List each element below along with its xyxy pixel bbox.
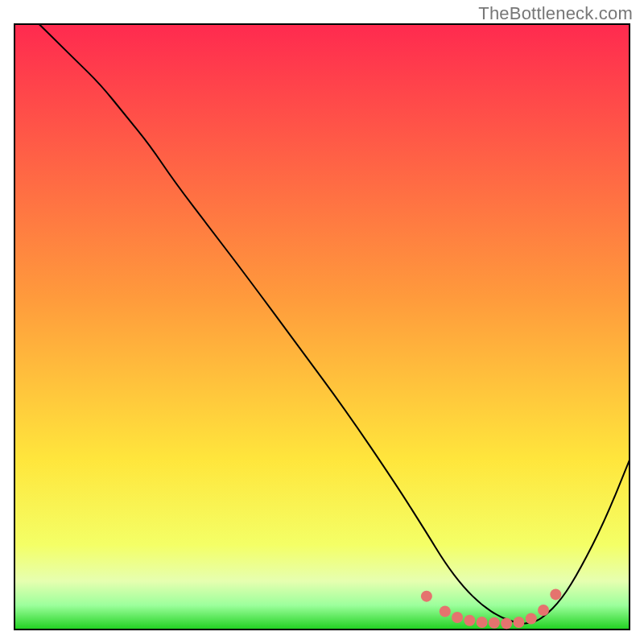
optimal-zone-dot	[452, 612, 463, 623]
optimal-zone-dot	[501, 617, 512, 629]
watermark-text: TheBottleneck.com	[478, 3, 633, 24]
optimal-zone-dot	[538, 605, 549, 616]
optimal-zone-dot	[477, 617, 488, 628]
bottleneck-chart	[0, 0, 644, 644]
optimal-zone-dot	[526, 613, 537, 624]
optimal-zone-dot	[464, 615, 475, 626]
plot-background	[14, 24, 630, 630]
optimal-zone-dot	[440, 605, 451, 617]
optimal-zone-dot	[489, 617, 500, 629]
chart-container: TheBottleneck.com	[0, 0, 644, 644]
optimal-zone-dot	[550, 588, 561, 600]
optimal-zone-dot	[513, 617, 524, 628]
optimal-zone-dot	[421, 591, 432, 602]
